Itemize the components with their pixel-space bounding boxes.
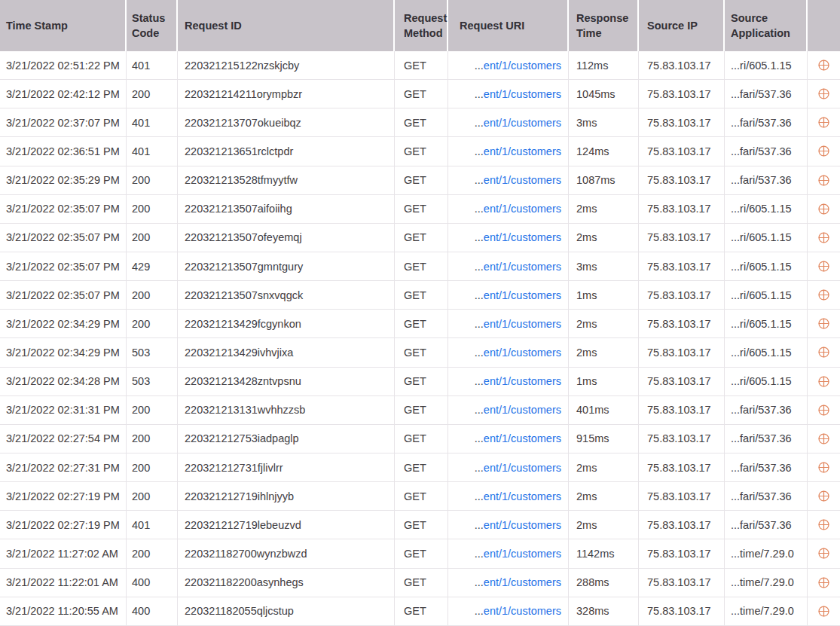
cell-source-application: ...fari/537.36 — [725, 80, 808, 108]
expand-request-button[interactable] — [817, 58, 832, 73]
expand-request-button[interactable] — [817, 402, 832, 417]
plus-circle-icon — [817, 374, 831, 389]
request-uri-link[interactable]: ent/1/customers — [484, 605, 561, 617]
cell-actions — [808, 108, 840, 136]
expand-request-button[interactable] — [817, 201, 832, 216]
expand-request-button[interactable] — [817, 489, 832, 504]
request-uri-link[interactable]: ent/1/customers — [484, 145, 561, 157]
uri-truncation-ellipsis: ... — [475, 88, 484, 100]
request-uri-link[interactable]: ent/1/customers — [484, 318, 561, 330]
cell-timestamp: 3/21/2022 02:35:07 PM — [0, 224, 127, 252]
request-uri-link[interactable]: ent/1/customers — [484, 231, 561, 243]
request-uri-link[interactable]: ent/1/customers — [484, 347, 561, 359]
cell-request-id: 220321213707okueibqz — [178, 108, 395, 136]
request-uri-link[interactable]: ent/1/customers — [484, 576, 561, 588]
table-row: 3/21/2022 11:20:55 AM 400 220321182055ql… — [0, 597, 840, 626]
request-uri-link[interactable]: ent/1/customers — [484, 404, 561, 416]
table-row: 3/21/2022 02:35:07 PM 200 220321213507ai… — [0, 195, 840, 224]
cell-request-uri: ...ent/1/customers — [448, 511, 569, 539]
table-row: 3/21/2022 02:27:19 PM 200 220321212719ih… — [0, 482, 840, 511]
cell-source-application: ...ri/605.1.15 — [725, 195, 808, 223]
expand-request-button[interactable] — [817, 518, 832, 533]
cell-actions — [808, 224, 840, 252]
cell-request-method: GET — [395, 310, 448, 337]
request-uri-link[interactable]: ent/1/customers — [484, 203, 561, 215]
expand-request-button[interactable] — [817, 431, 832, 446]
plus-circle-icon — [817, 173, 831, 188]
expand-request-button[interactable] — [817, 173, 832, 188]
cell-response-time: 288ms — [569, 569, 639, 597]
cell-status-code: 200 — [127, 281, 178, 309]
request-uri-link[interactable]: ent/1/customers — [484, 117, 561, 129]
request-uri-link[interactable]: ent/1/customers — [484, 490, 561, 502]
table-row: 3/21/2022 02:34:29 PM 503 220321213429iv… — [0, 338, 840, 367]
cell-request-method: GET — [395, 281, 448, 309]
cell-source-ip: 75.83.103.17 — [639, 224, 725, 252]
cell-request-id: 220321212753iadpaglp — [178, 425, 395, 453]
cell-response-time: 2ms — [569, 224, 639, 252]
cell-request-method: GET — [395, 195, 448, 223]
expand-request-button[interactable] — [817, 115, 832, 130]
cell-response-time: 2ms — [569, 453, 639, 481]
cell-request-method: GET — [395, 368, 448, 395]
expand-request-button[interactable] — [817, 603, 832, 618]
uri-truncation-ellipsis: ... — [475, 174, 484, 186]
cell-source-ip: 75.83.103.17 — [639, 281, 725, 309]
column-header-actions — [808, 0, 840, 51]
cell-request-uri: ...ent/1/customers — [448, 166, 569, 194]
request-log-table: Time Stamp Status Code Request ID Reques… — [0, 0, 840, 626]
column-header-source-application: Source Application — [725, 0, 808, 51]
cell-request-method: GET — [395, 137, 448, 165]
cell-request-id: 220321213131wvhhzzsb — [178, 396, 395, 424]
request-uri-link[interactable]: ent/1/customers — [484, 289, 561, 301]
request-uri-link[interactable]: ent/1/customers — [484, 519, 561, 531]
request-uri-link[interactable]: ent/1/customers — [484, 548, 561, 560]
table-row: 3/21/2022 02:51:22 PM 401 220321215122nz… — [0, 51, 840, 80]
cell-request-uri: ...ent/1/customers — [448, 137, 569, 165]
request-uri-link[interactable]: ent/1/customers — [484, 174, 561, 186]
cell-source-application: ...ri/605.1.15 — [725, 51, 808, 79]
request-uri-link[interactable]: ent/1/customers — [484, 432, 561, 444]
expand-request-button[interactable] — [817, 460, 832, 475]
expand-request-button[interactable] — [817, 316, 832, 331]
cell-actions — [808, 51, 840, 79]
expand-request-button[interactable] — [817, 144, 832, 159]
table-body: 3/21/2022 02:51:22 PM 401 220321215122nz… — [0, 51, 840, 626]
request-uri-link[interactable]: ent/1/customers — [484, 375, 561, 387]
expand-request-button[interactable] — [817, 288, 832, 303]
cell-actions — [808, 425, 840, 453]
expand-request-button[interactable] — [817, 345, 832, 360]
uri-truncation-ellipsis: ... — [475, 462, 484, 474]
cell-source-ip: 75.83.103.17 — [639, 51, 725, 79]
cell-source-application: ...ri/605.1.15 — [725, 252, 808, 280]
cell-actions — [808, 511, 840, 539]
table-row: 3/21/2022 02:35:29 PM 200 220321213528tf… — [0, 166, 840, 195]
cell-actions — [808, 453, 840, 481]
cell-request-id: 220321182700wynzbwzd — [178, 539, 395, 567]
request-uri-link[interactable]: ent/1/customers — [484, 462, 561, 474]
table-row: 3/21/2022 02:36:51 PM 401 220321213651rc… — [0, 137, 840, 166]
expand-request-button[interactable] — [817, 374, 832, 389]
cell-timestamp: 3/21/2022 02:34:29 PM — [0, 310, 127, 337]
cell-status-code: 401 — [127, 511, 178, 539]
expand-request-button[interactable] — [817, 87, 832, 102]
cell-timestamp: 3/21/2022 02:27:31 PM — [0, 453, 127, 481]
cell-timestamp: 3/21/2022 11:20:55 AM — [0, 597, 127, 625]
cell-status-code: 200 — [127, 224, 178, 252]
request-uri-link[interactable]: ent/1/customers — [484, 88, 561, 100]
expand-request-button[interactable] — [817, 230, 832, 245]
uri-truncation-ellipsis: ... — [475, 576, 484, 588]
expand-request-button[interactable] — [817, 575, 832, 590]
expand-request-button[interactable] — [817, 259, 832, 274]
cell-response-time: 2ms — [569, 310, 639, 337]
uri-truncation-ellipsis: ... — [475, 261, 484, 273]
cell-request-uri: ...ent/1/customers — [448, 539, 569, 567]
request-uri-link[interactable]: ent/1/customers — [484, 60, 561, 72]
plus-circle-icon — [817, 288, 831, 302]
cell-response-time: 2ms — [569, 511, 639, 539]
cell-status-code: 200 — [127, 482, 178, 510]
cell-request-uri: ...ent/1/customers — [448, 453, 569, 481]
expand-request-button[interactable] — [817, 546, 832, 561]
uri-truncation-ellipsis: ... — [475, 519, 484, 531]
request-uri-link[interactable]: ent/1/customers — [484, 261, 561, 273]
